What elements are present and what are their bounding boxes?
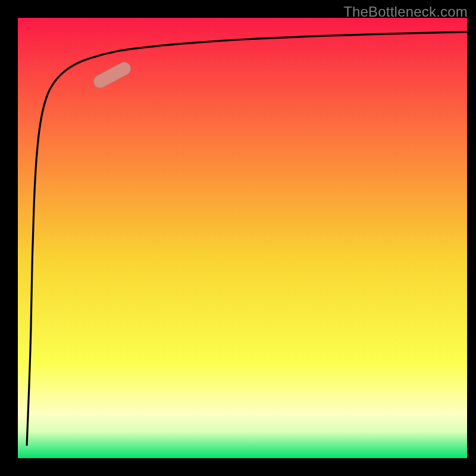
svg-rect-0: [18, 18, 467, 458]
chart-svg: [18, 18, 467, 458]
plot-area: [18, 18, 467, 458]
watermark-text: TheBottleneck.com: [343, 4, 468, 20]
chart-frame: TheBottleneck.com: [0, 0, 476, 476]
